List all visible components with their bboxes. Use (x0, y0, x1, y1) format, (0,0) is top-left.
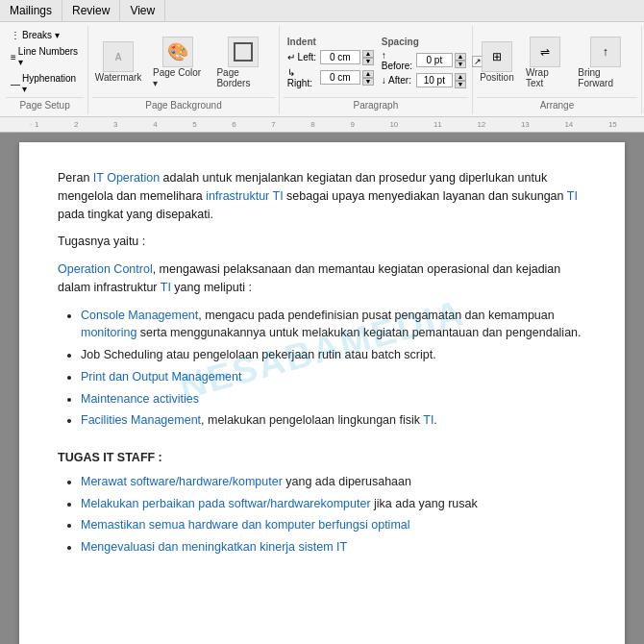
line-numbers-button[interactable]: ≡ Line Numbers ▾ (6, 44, 84, 69)
bring-forward-icon: ↑ (590, 37, 621, 67)
paragraph-1: Peran IT Operation adalah untuk menjalan… (58, 169, 586, 223)
list-item: Mengevaluasi dan meningkatkan kinerja si… (81, 538, 586, 557)
spacing-before-down[interactable]: ▼ (455, 61, 466, 68)
page-color-button[interactable]: 🎨 Page Color ▾ (148, 34, 208, 91)
page-color-icon: 🎨 (162, 37, 193, 67)
breaks-button[interactable]: ⋮ Breaks ▾ (6, 28, 84, 42)
paragraph-group: Indent ↵ Left: ▲ ▼ ↳ Right: (280, 26, 473, 114)
paragraph-3: Operation Control, mengawasi pelaksanaan… (58, 260, 586, 297)
list-item: Memastikan semua hardware dan komputer b… (81, 516, 586, 534)
indent-right-input[interactable] (320, 70, 360, 85)
tab-view[interactable]: View (120, 0, 165, 21)
spacing-before-label: ↑ Before: (382, 50, 414, 71)
spacing-after-label: ↓ After: (382, 75, 414, 86)
position-icon: ⊞ (482, 41, 512, 72)
hyphenation-icon: — (11, 79, 20, 89)
spacing-after-input[interactable] (416, 73, 453, 87)
watermark-icon: A (103, 41, 134, 72)
spacing-before-up[interactable]: ▲ (455, 53, 466, 61)
page-setup-label: Page Setup (6, 97, 84, 112)
position-button[interactable]: ⊞ Position (477, 38, 517, 86)
bullet-list-1: Console Management, mengacu pada pendefi… (81, 307, 586, 431)
list-item: Merawat software/hardware/komputer yang … (81, 473, 586, 491)
page-borders-icon (228, 37, 259, 67)
arrange-group: ⊞ Position ⇌ Wrap Text ↑ Bring Forward A… (473, 26, 642, 114)
list-item: Maintenance activities (81, 390, 586, 409)
list-item: Console Management, mengacu pada pendefi… (81, 307, 586, 343)
indent-left-label: ↵ Left: (287, 52, 318, 62)
spacing-after-up[interactable]: ▲ (455, 73, 466, 81)
list-item: Print dan Output Management (81, 368, 586, 386)
spacing-before-input[interactable] (416, 53, 453, 67)
wrap-text-button[interactable]: ⇌ Wrap Text (521, 34, 569, 91)
spacing-label: Spacing (382, 37, 466, 47)
line-numbers-icon: ≡ (11, 52, 16, 62)
section-title: TUGAS IT STAFF : (58, 449, 586, 467)
tab-review[interactable]: Review (62, 0, 120, 21)
paragraph-2: Tugasnya yaitu : (58, 233, 586, 251)
ruler: · 123456789101112131415 (0, 117, 644, 133)
watermark-button[interactable]: A Watermark (92, 38, 144, 86)
list-item: Job Scheduling atau pengelolaan pekerjaa… (81, 346, 586, 364)
indent-left-up[interactable]: ▲ (362, 50, 374, 58)
arrange-label: Arrange (477, 97, 637, 112)
indent-label: Indent (287, 37, 374, 47)
indent-left-down[interactable]: ▼ (362, 58, 374, 65)
bring-forward-button[interactable]: ↑ Bring Forward (573, 34, 637, 91)
list-item: Facilities Management, melakukan pengelo… (81, 411, 586, 430)
page-background-label: Page Background (92, 97, 275, 112)
page-borders-button[interactable]: Page Borders (211, 34, 274, 91)
breaks-icon: ⋮ (11, 30, 20, 40)
page-setup-group: ⋮ Breaks ▾ ≡ Line Numbers ▾ — Hyphenatio… (2, 26, 88, 114)
indent-right-down[interactable]: ▼ (362, 78, 374, 86)
indent-right-up[interactable]: ▲ (362, 70, 374, 78)
hyphenation-button[interactable]: — Hyphenation ▾ (6, 71, 84, 96)
paragraph-label: Paragraph (284, 97, 468, 112)
bullet-list-2: Merawat software/hardware/komputer yang … (81, 473, 586, 557)
indent-right-label: ↳ Right: (287, 67, 318, 88)
document-area: NESABAMEDIA Peran IT Operation adalah un… (0, 133, 644, 644)
document-page: NESABAMEDIA Peran IT Operation adalah un… (19, 142, 625, 644)
page-background-group: A Watermark 🎨 Page Color ▾ Page Borders … (88, 26, 280, 114)
list-item: Melakukan perbaikan pada softwar/hardwar… (81, 495, 586, 513)
wrap-text-icon: ⇌ (530, 37, 560, 67)
tab-mailings[interactable]: Mailings (0, 0, 62, 21)
spacing-after-down[interactable]: ▼ (455, 81, 466, 88)
indent-left-input[interactable] (320, 50, 360, 64)
